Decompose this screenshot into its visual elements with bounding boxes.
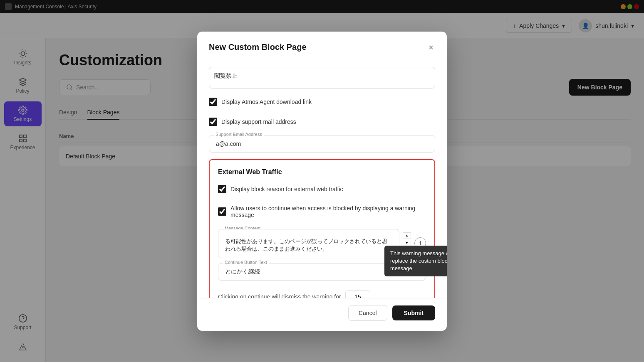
message-scroll-controls: ▲ ▼ — [403, 229, 411, 246]
message-content-field: Message Content る可能性があります。このページが誤ってブロックさ… — [218, 229, 426, 258]
checkbox-allow-continue[interactable] — [218, 207, 226, 216]
dismiss-row: Clicking on continue will dismiss the wa… — [218, 286, 426, 298]
submit-button[interactable]: Submit — [392, 305, 435, 320]
modal-title: New Custom Block Page — [209, 42, 307, 52]
checkbox-allow-continue-label: Allow users to continue when access is b… — [230, 205, 426, 218]
modal: New Custom Block Page × 閲覧禁止 Display Atm… — [197, 32, 447, 331]
checkbox-support-mail-label: Display support mail address — [221, 118, 296, 125]
checkbox-row-allow-continue: Allow users to continue when access is b… — [218, 199, 426, 224]
scrolled-text-area: 閲覧禁止 — [209, 60, 435, 92]
cancel-button[interactable]: Cancel — [348, 305, 387, 321]
info-tooltip: This warning message will replace the cu… — [384, 246, 447, 277]
checkbox-atmos-label: Display Atmos Agent download link — [221, 99, 312, 105]
checkbox-row-block-reason: Display block reason for external web tr… — [218, 179, 426, 199]
external-web-traffic-section: External Web Traffic Display block reaso… — [209, 159, 435, 298]
modal-body[interactable]: 閲覧禁止 Display Atmos Agent download link D… — [197, 60, 447, 298]
modal-footer: Cancel Submit — [197, 298, 447, 331]
checkbox-row-support-mail: Display support mail address — [209, 112, 435, 132]
support-email-field: Support Email Address — [209, 135, 435, 153]
message-content-wrapper: る可能性があります。このページが誤ってブロックされていると思われる場合は、このま… — [218, 229, 426, 258]
scrolled-text-value: 閲覧禁止 — [209, 67, 435, 89]
modal-close-button[interactable]: × — [427, 42, 435, 53]
checkbox-atmos[interactable] — [209, 98, 217, 106]
dismiss-number-input[interactable] — [345, 291, 370, 298]
message-content-textarea[interactable]: る可能性があります。このページが誤ってブロックされていると思われる場合は、このま… — [218, 229, 399, 258]
checkbox-block-reason-label: Display block reason for external web tr… — [230, 186, 343, 192]
checkbox-support-mail[interactable] — [209, 118, 217, 126]
external-section-title: External Web Traffic — [218, 168, 426, 176]
tooltip-text: This warning message will replace the cu… — [390, 250, 447, 271]
modal-overlay: New Custom Block Page × 閲覧禁止 Display Atm… — [0, 0, 644, 362]
scroll-up-button[interactable]: ▲ — [403, 232, 411, 239]
checkbox-block-reason[interactable] — [218, 185, 226, 193]
checkbox-row-atmos: Display Atmos Agent download link — [209, 92, 435, 112]
dismiss-text: Clicking on continue will dismiss the wa… — [218, 293, 341, 298]
support-email-label: Support Email Address — [214, 132, 264, 137]
modal-header: New Custom Block Page × — [197, 32, 447, 60]
support-email-input[interactable] — [209, 135, 435, 153]
info-wrapper: ℹ This warning message will replace the … — [414, 229, 426, 249]
continue-button-text-label: Continue Button Text — [223, 260, 269, 265]
